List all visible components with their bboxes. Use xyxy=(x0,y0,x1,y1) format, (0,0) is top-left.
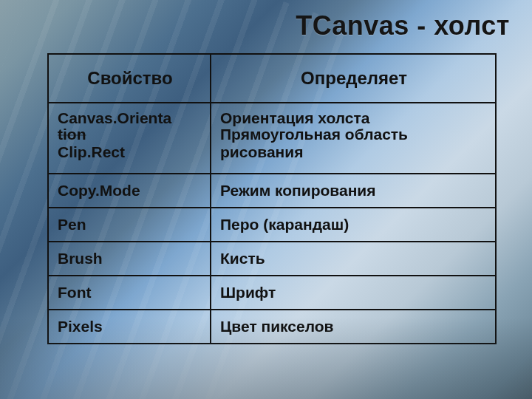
properties-table: Свойство Определяет Canvas.Orienta tion … xyxy=(47,53,497,344)
header-property: Свойство xyxy=(49,55,211,102)
cell-property: Brush xyxy=(49,242,211,275)
cell-property: Font xyxy=(49,276,211,309)
cell-definition: Режим копирования xyxy=(211,174,495,207)
table-row-merged: Canvas.Orienta tion Clip.Rect Ориентация… xyxy=(49,102,495,173)
cell-property-merged: Canvas.Orienta tion Clip.Rect xyxy=(49,103,211,173)
canvas-orienta-text: Canvas.Orienta xyxy=(58,111,202,126)
table-row: Pixels Цвет пикселов xyxy=(49,309,495,343)
cell-property: Copy.Mode xyxy=(49,174,211,207)
table-row: Brush Кисть xyxy=(49,241,495,275)
rect-def-line3: рисования xyxy=(220,143,303,160)
cell-definition: Шрифт xyxy=(211,276,495,309)
orientation-def-text: Ориентация холста xyxy=(220,111,488,126)
table-row: Copy.Mode Режим копирования xyxy=(49,173,495,207)
cell-definition: Кисть xyxy=(211,242,495,275)
cell-definition: Перо (карандаш) xyxy=(211,208,495,241)
tion-struck-text: tion xyxy=(58,126,86,143)
slide-title: TCanvas - холст xyxy=(22,10,510,41)
cliprect-text: Clip.Rect xyxy=(58,143,125,160)
table-header-row: Свойство Определяет xyxy=(49,55,495,102)
cell-definition-merged: Ориентация холста Прямоугольная область … xyxy=(211,103,495,173)
table-row: Font Шрифт xyxy=(49,275,495,309)
slide: TCanvas - холст Свойство Определяет Canv… xyxy=(0,0,532,399)
header-definition: Определяет xyxy=(211,55,495,102)
cell-definition: Цвет пикселов xyxy=(211,310,495,343)
table-row: Pen Перо (карандаш) xyxy=(49,207,495,241)
cell-property: Pixels xyxy=(49,310,211,343)
rect-def-line2: Прямоугольная область xyxy=(220,126,408,143)
cell-property: Pen xyxy=(49,208,211,241)
